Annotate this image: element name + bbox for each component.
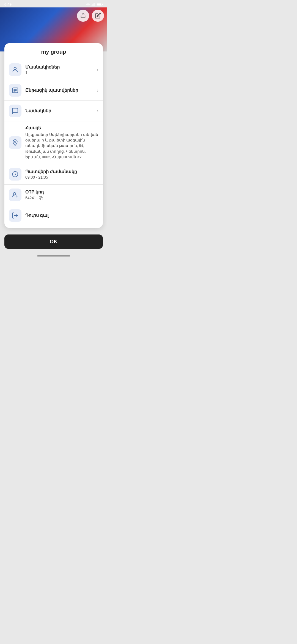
messages-content: Նամակներ (25, 108, 95, 114)
otp-value: 54241 (25, 196, 36, 200)
svg-rect-17 (40, 198, 43, 200)
members-count: 1 (25, 70, 95, 75)
orders-icon-bg (9, 84, 21, 97)
svg-rect-2 (94, 3, 94, 6)
list-icon (12, 87, 19, 94)
svg-rect-3 (95, 3, 95, 6)
list-item-members[interactable]: Մասնակիցներ 1 › (4, 59, 103, 80)
svg-rect-5 (102, 4, 103, 5)
schedule-title: Պատվերի ժամանակը (25, 169, 98, 175)
exit-icon-bg (9, 209, 21, 222)
share-icon (80, 13, 86, 19)
modal-card: my group Մասնակիցներ 1 › Ընթացիկ պատվերն… (4, 43, 103, 228)
bottom-area: OK (0, 228, 107, 253)
copy-icon[interactable] (39, 196, 43, 200)
location-icon (12, 139, 19, 146)
messages-title: Նամակներ (25, 108, 95, 114)
orders-title: Ընթացիկ պատվերներ (25, 88, 95, 93)
members-chevron: › (97, 67, 98, 73)
edit-button[interactable] (92, 10, 104, 22)
otp-code: 54241 (25, 196, 98, 200)
list-item-exit[interactable]: Դուրս գալ (4, 205, 103, 226)
person-add-icon (12, 191, 19, 198)
signal-icon (92, 3, 95, 6)
clock-icon (12, 171, 19, 178)
otp-title: OTP կոդ (25, 189, 98, 195)
message-icon (12, 107, 19, 114)
list-item-schedule: Պատվերի ժամանակը 09:00 - 21:35 (4, 164, 103, 185)
svg-rect-0 (92, 5, 92, 6)
messages-chevron: › (97, 108, 98, 114)
wifi-icon (86, 3, 90, 6)
edit-icon (95, 13, 101, 19)
otp-icon-bg (9, 189, 21, 201)
home-bar (37, 255, 70, 256)
address-icon-bg (9, 136, 21, 149)
status-bar: 6:49 (0, 0, 107, 7)
exit-title: Դուրս գալ (25, 213, 98, 219)
copy-svg (39, 196, 43, 200)
members-title: Մասնակիցներ (25, 64, 95, 70)
schedule-icon-bg (9, 168, 21, 181)
address-title: Հասցե (25, 125, 98, 131)
otp-content: OTP կոդ 54241 (25, 189, 98, 200)
battery-icon (97, 3, 103, 6)
schedule-content: Պատվերի ժամանակը 09:00 - 21:35 (25, 169, 98, 180)
orders-chevron: › (97, 88, 98, 93)
list-item-messages[interactable]: Նամակներ › (4, 101, 103, 121)
orders-content: Ընթացիկ պատվերներ (25, 88, 95, 93)
exit-icon (12, 212, 19, 219)
svg-point-12 (14, 141, 16, 142)
address-content: Հասցե Ալեքսանդր Սպենդիարյանի անվան օպերա… (25, 125, 98, 160)
schedule-time: 09:00 - 21:35 (25, 175, 98, 179)
status-icons (86, 3, 103, 6)
status-time: 6:49 (4, 2, 12, 6)
header-actions (77, 10, 104, 22)
address-body: Ալեքսանդր Սպենդիարյանի անվան օպերայի և բ… (25, 132, 98, 160)
share-button[interactable] (77, 10, 89, 22)
svg-point-7 (14, 67, 16, 70)
exit-content: Դուրս գալ (25, 213, 98, 219)
list-item-otp[interactable]: OTP կոդ 54241 (4, 185, 103, 205)
members-icon-bg (9, 63, 21, 76)
list-item-orders[interactable]: Ընթացիկ պատվերներ › (4, 80, 103, 101)
ok-button[interactable]: OK (4, 234, 103, 249)
modal-title: my group (4, 43, 103, 59)
person-icon (12, 66, 19, 73)
svg-rect-6 (97, 3, 101, 5)
list-item-address: Հասցե Ալեքսանդր Սպենդիարյանի անվան օպերա… (4, 121, 103, 164)
svg-point-14 (13, 192, 16, 195)
messages-icon-bg (9, 105, 21, 117)
svg-rect-1 (93, 4, 94, 6)
members-content: Մասնակիցներ 1 (25, 64, 95, 75)
home-indicator (0, 253, 107, 258)
